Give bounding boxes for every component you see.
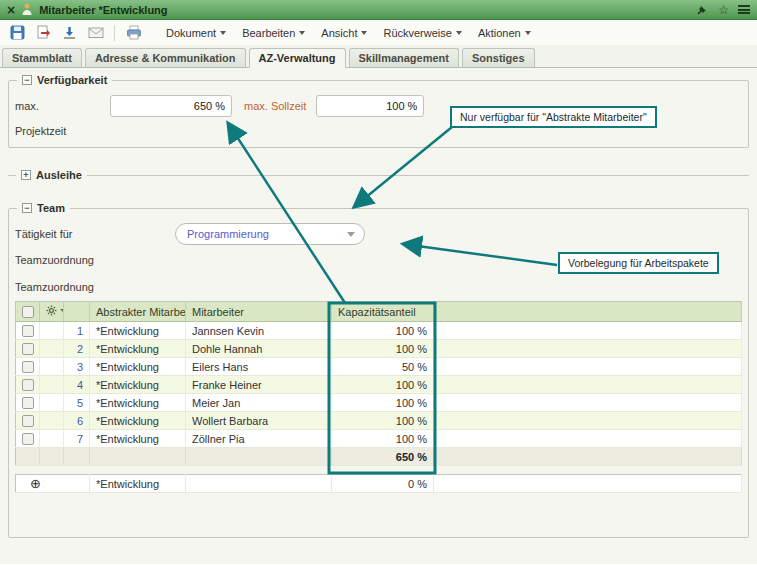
team-table: Abstrakter Mitarbeiter Mitarbeiter Kapaz…	[15, 301, 742, 466]
row-number: 2	[64, 340, 90, 358]
menu-dokument[interactable]: Dokument	[158, 24, 234, 42]
table-row[interactable]: 4 *Entwicklung Franke Heiner 100 %	[16, 376, 742, 394]
row-checkbox[interactable]	[22, 361, 34, 373]
capacity-sum: 650 %	[332, 448, 434, 466]
team-table-body: 1 *Entwicklung Jannsen Kevin 100 % 2 *En…	[16, 322, 742, 448]
column-header-filler	[434, 302, 742, 322]
menu-label: Aktionen	[478, 27, 521, 39]
menu-label: Dokument	[166, 27, 216, 39]
row-number: 1	[64, 322, 90, 340]
table-row[interactable]: 7 *Entwicklung Zöllner Pia 100 %	[16, 430, 742, 448]
column-header-mitarbeiter[interactable]: Mitarbeiter	[186, 302, 332, 322]
table-row[interactable]: 5 *Entwicklung Meier Jan 100 %	[16, 394, 742, 412]
menu-label: Ansicht	[321, 27, 357, 39]
row-name: Jannsen Kevin	[186, 322, 332, 340]
menu-rueckverweise[interactable]: Rückverweise	[375, 24, 469, 42]
new-row-name[interactable]	[186, 475, 332, 493]
taetigkeit-select[interactable]: Programmierung	[175, 223, 365, 245]
new-entry-row: ⊕ *Entwicklung 0 %	[15, 474, 742, 493]
row-capacity: 100 %	[332, 394, 434, 412]
table-row[interactable]: 6 *Entwicklung Wollert Barbara 100 %	[16, 412, 742, 430]
chevron-down-icon	[347, 232, 355, 237]
max-label: max.	[15, 100, 110, 112]
max-input[interactable]	[110, 95, 232, 117]
content-area: − Verfügbarkeit max. max. Sollzeit Proje…	[0, 68, 757, 564]
collapse-icon[interactable]: −	[22, 203, 32, 213]
section-team-legend: − Team	[17, 201, 70, 215]
chevron-down-icon	[60, 309, 64, 312]
tab-skillmanagement[interactable]: Skillmanagement	[349, 48, 459, 68]
download-icon[interactable]	[58, 22, 81, 43]
toolbar-separator	[114, 25, 115, 41]
save-icon[interactable]	[6, 22, 29, 43]
print-icon[interactable]	[122, 22, 145, 43]
tab-adresse-kommunikation[interactable]: Adresse & Kommunikation	[85, 48, 246, 68]
row-capacity: 100 %	[332, 340, 434, 358]
pin-icon[interactable]	[696, 3, 709, 16]
row-number: 6	[64, 412, 90, 430]
tab-stammblatt[interactable]: Stammblatt	[2, 48, 82, 68]
tab-az-verwaltung[interactable]: AZ-Verwaltung	[249, 48, 346, 68]
row-capacity: 50 %	[332, 358, 434, 376]
row-name: Dohle Hannah	[186, 340, 332, 358]
table-row[interactable]: 1 *Entwicklung Jannsen Kevin 100 %	[16, 322, 742, 340]
row-name: Zöllner Pia	[186, 430, 332, 448]
mail-icon[interactable]	[84, 22, 107, 43]
section-verfuegbarkeit-legend: − Verfügbarkeit	[17, 73, 112, 87]
row-checkbox[interactable]	[22, 415, 34, 427]
add-row-icon[interactable]: ⊕	[30, 476, 41, 491]
row-abstract: *Entwicklung	[90, 376, 186, 394]
close-icon[interactable]: ×	[7, 3, 15, 17]
teamzuordnung-label-2: Teamzuordnung	[15, 281, 742, 293]
table-header-row: Abstrakter Mitarbeiter Mitarbeiter Kapaz…	[16, 302, 742, 322]
export-icon[interactable]	[32, 22, 55, 43]
row-abstract: *Entwicklung	[90, 430, 186, 448]
section-ausleihe-legend: + Ausleihe	[16, 168, 87, 182]
menu-ansicht[interactable]: Ansicht	[313, 24, 375, 42]
row-number: 4	[64, 376, 90, 394]
row-checkbox[interactable]	[22, 325, 34, 337]
star-icon[interactable]: ☆	[718, 4, 729, 16]
section-title: Verfügbarkeit	[37, 73, 107, 87]
column-header-kapazitaetsanteil[interactable]: Kapazitätsanteil	[332, 302, 434, 322]
new-row-abstract[interactable]: *Entwicklung	[90, 475, 186, 493]
row-abstract: *Entwicklung	[90, 340, 186, 358]
collapse-icon[interactable]: −	[22, 75, 32, 85]
menu-aktionen[interactable]: Aktionen	[470, 24, 539, 42]
select-all-checkbox[interactable]	[22, 306, 34, 318]
row-capacity: 100 %	[332, 430, 434, 448]
row-abstract: *Entwicklung	[90, 394, 186, 412]
row-checkbox[interactable]	[22, 433, 34, 445]
window-title: Mitarbeiter *Entwicklung	[39, 4, 167, 16]
taetigkeit-fuer-label: Tätigkeit für	[15, 228, 175, 240]
person-icon	[21, 3, 33, 16]
row-checkbox[interactable]	[22, 343, 34, 355]
row-checkbox[interactable]	[22, 379, 34, 391]
row-capacity: 100 %	[332, 412, 434, 430]
row-abstract: *Entwicklung	[90, 322, 186, 340]
app-window: × Mitarbeiter *Entwicklung ☆	[0, 0, 757, 565]
menu-bearbeiten[interactable]: Bearbeiten	[234, 24, 313, 42]
new-row-capacity[interactable]: 0 %	[332, 475, 434, 493]
chevron-down-icon	[361, 31, 367, 35]
annotation-abstrakte-mitarbeiter: Nur verfügbar für "Abstrakte Mitarbeiter…	[450, 106, 657, 128]
gear-icon[interactable]	[46, 305, 64, 316]
tab-sonstiges[interactable]: Sonstiges	[462, 48, 535, 68]
taetigkeit-select-value: Programmierung	[187, 228, 269, 240]
menu-icon[interactable]	[738, 5, 750, 14]
new-row: ⊕ *Entwicklung 0 %	[16, 475, 742, 493]
table-row[interactable]: 2 *Entwicklung Dohle Hannah 100 %	[16, 340, 742, 358]
column-header-abstrakter-mitarbeiter[interactable]: Abstrakter Mitarbeiter	[90, 302, 186, 322]
row-checkbox[interactable]	[22, 397, 34, 409]
row-capacity: 100 %	[332, 376, 434, 394]
chevron-down-icon	[525, 31, 531, 35]
row-abstract: *Entwicklung	[90, 358, 186, 376]
expand-icon[interactable]: +	[21, 170, 31, 180]
row-name: Eilers Hans	[186, 358, 332, 376]
menubar: Dokument Bearbeiten Ansicht Rückverweise…	[158, 24, 539, 42]
projektzeit-label: Projektzeit	[15, 125, 66, 137]
section-ausleihe: + Ausleihe	[8, 175, 749, 176]
menu-label: Rückverweise	[383, 27, 451, 39]
table-row[interactable]: 3 *Entwicklung Eilers Hans 50 %	[16, 358, 742, 376]
max-sollzeit-input[interactable]	[316, 95, 424, 117]
